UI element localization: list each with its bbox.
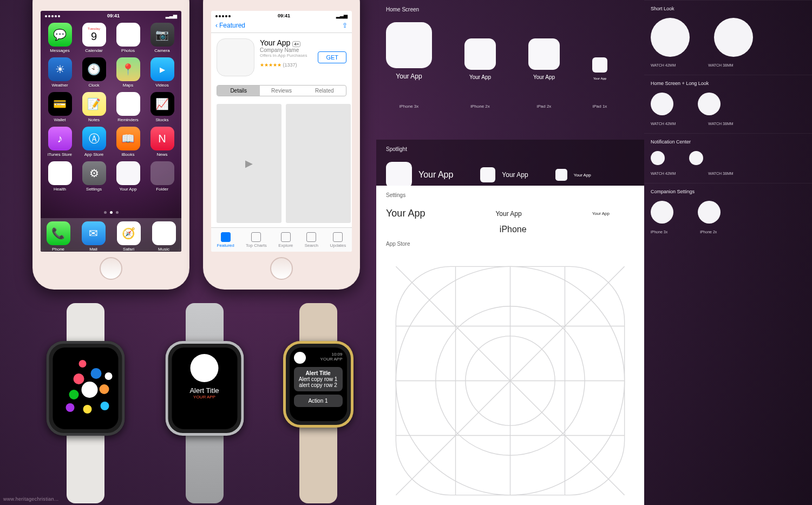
seg-reviews[interactable]: Reviews bbox=[260, 86, 303, 96]
search-icon bbox=[306, 232, 316, 242]
watch-panel: Home Screen + Long LookWATCH 42MMWATCH 3… bbox=[644, 75, 812, 133]
app-safari[interactable]: 🧭Safari bbox=[117, 221, 141, 252]
bubble[interactable] bbox=[90, 368, 101, 379]
segmented-control[interactable]: Details Reviews Related bbox=[217, 85, 346, 96]
app-itunes-store[interactable]: ♪iTunes Store bbox=[44, 127, 76, 157]
app-folder[interactable]: Folder bbox=[146, 161, 178, 192]
bubble[interactable] bbox=[104, 372, 112, 380]
app-label: Maps bbox=[112, 83, 144, 88]
app-phone[interactable]: 📞Phone bbox=[47, 221, 70, 252]
age-badge: 4+ bbox=[292, 41, 300, 47]
app-mail[interactable]: ✉Mail bbox=[82, 221, 106, 252]
app-label: Music bbox=[152, 247, 176, 252]
app-notes[interactable]: 📝Notes bbox=[78, 92, 110, 122]
app-icon: 📈 bbox=[150, 92, 174, 116]
app-icon: ☀ bbox=[48, 57, 72, 81]
watch-app-icon bbox=[698, 201, 721, 224]
app-icon bbox=[386, 22, 432, 68]
share-icon[interactable]: ⇪ bbox=[342, 22, 348, 29]
app-label: App Store bbox=[78, 152, 110, 157]
app-settings[interactable]: ⚙Settings bbox=[78, 161, 110, 192]
slot-app: Your App bbox=[469, 74, 491, 80]
panel-row bbox=[651, 93, 806, 115]
bubble[interactable] bbox=[78, 360, 86, 368]
tab-search[interactable]: Search bbox=[305, 232, 318, 248]
app-photos[interactable]: ❀Photos bbox=[112, 23, 144, 53]
app-grid: 💬MessagesTuesday9Calendar❀Photos📷Camera☀… bbox=[41, 19, 181, 192]
notif-body: Alert Title Alert copy row 1 alert copy … bbox=[294, 367, 343, 391]
watch-app-icon bbox=[698, 93, 721, 115]
bubble[interactable] bbox=[83, 405, 91, 414]
app-label: Messages bbox=[44, 48, 76, 53]
battery-icon: ▂▃▅ bbox=[166, 13, 177, 18]
bubble[interactable] bbox=[100, 402, 109, 410]
bubble-clock[interactable] bbox=[81, 382, 97, 398]
app-camera[interactable]: 📷Camera bbox=[146, 23, 178, 53]
screenshot[interactable]: ▶ bbox=[217, 104, 281, 223]
app-icon: N bbox=[150, 127, 174, 150]
app-videos[interactable]: ▸Videos bbox=[146, 57, 178, 88]
watch-app-bubbles[interactable] bbox=[57, 352, 114, 425]
app-label: Weather bbox=[44, 83, 76, 88]
notif-app-icon bbox=[294, 352, 306, 364]
status-time: 09:41 bbox=[278, 13, 290, 18]
seg-details[interactable]: Details bbox=[217, 86, 260, 96]
tab-label: Updates bbox=[330, 243, 346, 248]
screenshot[interactable] bbox=[286, 104, 351, 223]
watermark: www.heritagechristian... bbox=[0, 495, 62, 503]
app-icon: ♪ bbox=[152, 221, 176, 245]
iphone-home: 09:41 ▂▃▅ 💬MessagesTuesday9Calendar❀Phot… bbox=[32, 0, 189, 290]
app-wallet[interactable]: 💳Wallet bbox=[44, 92, 76, 122]
icon-slot: Your App bbox=[555, 169, 591, 181]
notif-title: Alert Title bbox=[297, 370, 339, 376]
app-calendar[interactable]: Tuesday9Calendar bbox=[78, 23, 110, 53]
watch-app-icon bbox=[651, 151, 665, 165]
panel-row bbox=[651, 151, 806, 165]
app-label: Mail bbox=[82, 247, 106, 252]
tab-explore[interactable]: Explore bbox=[278, 232, 293, 248]
icon-slot: Your App bbox=[480, 167, 528, 182]
panel-title: Companion Settings bbox=[651, 189, 806, 194]
screenshot-gallery[interactable]: ▶ bbox=[211, 100, 352, 227]
app-icon bbox=[386, 162, 412, 188]
tab-updates[interactable]: Updates bbox=[330, 232, 346, 248]
bubble[interactable] bbox=[69, 390, 78, 399]
app-icon: ☰ bbox=[116, 92, 140, 116]
bubble[interactable] bbox=[66, 403, 74, 412]
seg-related[interactable]: Related bbox=[303, 86, 346, 96]
watch-size-label: iPhone 3x bbox=[651, 230, 667, 234]
icon-slot: Your AppiPad 2x bbox=[528, 38, 560, 109]
tab-label: Top Charts bbox=[246, 243, 267, 248]
bubble[interactable] bbox=[73, 373, 84, 384]
tab-bar: Featured Top Charts Explore Search Updat… bbox=[211, 227, 352, 252]
app-app-store[interactable]: ⒶApp Store bbox=[78, 127, 110, 157]
app-messages[interactable]: 💬Messages bbox=[44, 23, 76, 53]
watch-panel: Notification CenterWATCH 42MMWATCH 38MM bbox=[644, 133, 812, 183]
icon-slot: Your AppiPhone 3x bbox=[386, 22, 432, 109]
watch-size-label: WATCH 42MM bbox=[651, 122, 676, 126]
back-button[interactable]: ‹ Featured bbox=[215, 22, 245, 29]
tab-topcharts[interactable]: Top Charts bbox=[246, 232, 267, 248]
navbar: ‹ Featured ⇪ bbox=[211, 19, 352, 33]
get-button[interactable]: GET bbox=[318, 51, 346, 63]
app-icon: ✉ bbox=[82, 221, 106, 245]
home-button[interactable] bbox=[270, 257, 293, 280]
app-health[interactable]: ♥Health bbox=[44, 161, 76, 192]
bubble[interactable] bbox=[99, 384, 109, 394]
home-button[interactable] bbox=[100, 257, 122, 280]
appstore-screen: 09:41 ▂▃▅ ‹ Featured ⇪ Your App 4+ Compa… bbox=[211, 11, 352, 252]
app-your-app[interactable]: Your App bbox=[112, 161, 144, 192]
app-news[interactable]: NNews bbox=[146, 127, 178, 157]
tab-featured[interactable]: Featured bbox=[217, 232, 234, 248]
panel-spotlight: Spotlight Your App Your App Your App iPh… bbox=[376, 140, 644, 186]
app-ibooks[interactable]: 📖iBooks bbox=[112, 127, 144, 157]
app-weather[interactable]: ☀Weather bbox=[44, 57, 76, 88]
notif-action[interactable]: Action 1 bbox=[294, 395, 343, 407]
app-clock[interactable]: 🕙Clock bbox=[78, 57, 110, 88]
app-reminders[interactable]: ☰Reminders bbox=[112, 92, 144, 122]
company-name[interactable]: Company Name bbox=[260, 47, 312, 53]
app-music[interactable]: ♪Music bbox=[152, 221, 176, 252]
app-maps[interactable]: 📍Maps bbox=[112, 57, 144, 88]
icon-slot: Your App bbox=[386, 162, 453, 188]
app-stocks[interactable]: 📈Stocks bbox=[146, 92, 178, 122]
